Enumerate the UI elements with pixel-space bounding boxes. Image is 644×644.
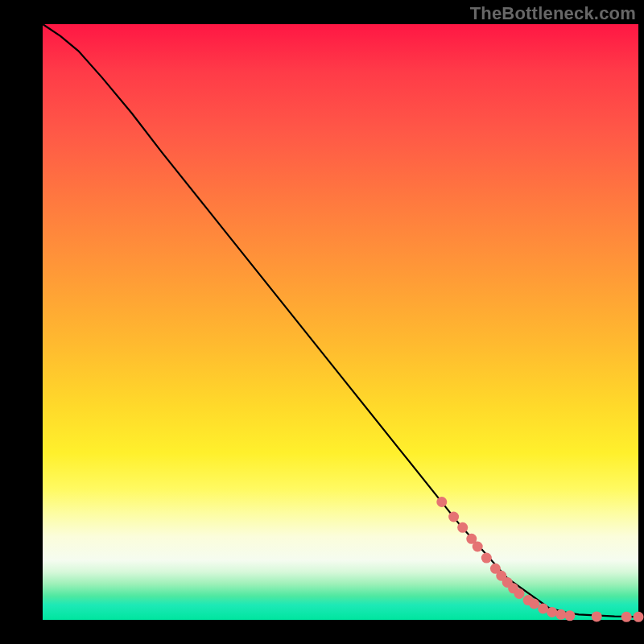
data-markers-group bbox=[436, 497, 643, 622]
data-marker bbox=[547, 607, 557, 617]
chart-frame: TheBottleneck.com bbox=[0, 0, 644, 644]
data-marker bbox=[473, 541, 483, 551]
data-marker bbox=[448, 511, 459, 522]
data-marker bbox=[514, 588, 525, 599]
data-marker bbox=[634, 612, 644, 622]
data-curve bbox=[43, 24, 638, 617]
data-marker bbox=[564, 610, 575, 621]
data-marker bbox=[481, 553, 492, 564]
chart-overlay-svg bbox=[43, 24, 638, 620]
data-marker bbox=[457, 522, 468, 533]
data-marker bbox=[529, 599, 539, 609]
plot-area bbox=[43, 24, 638, 620]
watermark-text: TheBottleneck.com bbox=[470, 3, 636, 24]
data-marker bbox=[621, 612, 632, 622]
data-marker bbox=[538, 603, 548, 613]
data-marker bbox=[592, 611, 602, 621]
data-marker bbox=[436, 497, 447, 507]
data-marker bbox=[555, 609, 566, 620]
